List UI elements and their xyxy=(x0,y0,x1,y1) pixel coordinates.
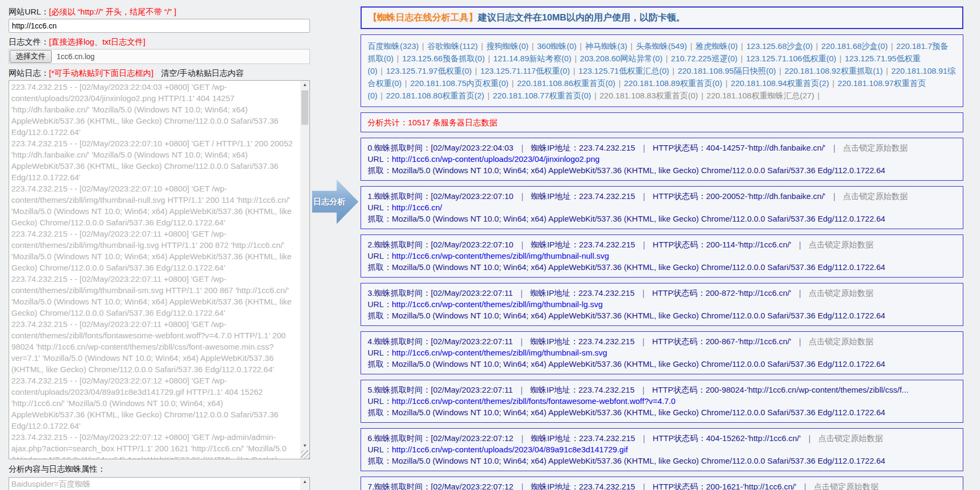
resize-grip-icon[interactable] xyxy=(301,450,309,459)
entry-url-link[interactable]: http://1cc6.cn/ xyxy=(392,203,442,212)
separator: | xyxy=(779,66,781,75)
entry-status-label: HTTP状态码： xyxy=(653,191,706,201)
scrollbar-track[interactable] xyxy=(300,89,309,442)
separator: | xyxy=(672,66,674,75)
site-url-input[interactable] xyxy=(9,19,310,33)
spider-stat-link[interactable]: 203.208.60网站异常(0) xyxy=(580,54,662,63)
spider-stat-link[interactable]: 神马蜘蛛(3) xyxy=(585,41,627,51)
scrollbar-thumb[interactable] xyxy=(301,90,308,125)
spider-stat-link[interactable]: 121.14.89新站考察(0) xyxy=(493,54,572,63)
spider-stat-link[interactable]: 头条蜘蛛(549) xyxy=(636,41,687,51)
entry-time-label: 蜘蛛抓取时间： xyxy=(375,240,431,249)
locked-group: ｜点击锁定原始数据 xyxy=(801,434,883,443)
entry-status-value: 200-20052-'http://dh.fanbaike.cn/' xyxy=(706,191,826,201)
log-entry: 6.蜘蛛抓取时间：[02/May/2023:22:07:12｜蜘蛛IP地址：22… xyxy=(361,428,963,471)
lock-original-data-link[interactable]: 点击锁定原始数据 xyxy=(809,240,873,249)
log-content-textarea[interactable]: 223.74.232.215 - - [02/May/2023:22:04:03… xyxy=(9,80,310,459)
lock-original-data-link[interactable]: 点击锁定原始数据 xyxy=(814,482,878,490)
lock-original-data-link[interactable]: 点击锁定原始数据 xyxy=(843,143,907,152)
url-hint: [必须以 “http://” 开头，结尾不带 “/” ] xyxy=(49,7,177,16)
separator: | xyxy=(488,91,490,100)
spider-stat-link[interactable]: 220.181.108.95隔日快照(0) xyxy=(678,66,776,75)
spider-stat-link[interactable]: 360蜘蛛(0) xyxy=(537,41,576,51)
lock-original-data-link[interactable]: 点击锁定原始数据 xyxy=(809,337,873,346)
entry-url-link[interactable]: http://1cc6.cn/wp-content/themes/zibll/i… xyxy=(392,348,607,357)
weblog-label: 网站日志： xyxy=(9,68,49,77)
spider-stat-link[interactable]: 雅虎蜘蛛(0) xyxy=(695,41,737,51)
spider-stats: 百度蜘蛛(323)|谷歌蜘蛛(112)|搜狗蜘蛛(0)|360蜘蛛(0)|神马蜘… xyxy=(361,34,963,107)
spider-stat-link[interactable]: 220.181.108.75内页权重(0) xyxy=(410,79,509,88)
entry-ua-label: 抓取： xyxy=(368,166,392,175)
spider-stat-link[interactable]: 220.181.108.92权重抓取(1) xyxy=(785,66,883,75)
entry-time-label: 蜘蛛抓取时间： xyxy=(375,288,431,297)
spider-stat-link[interactable]: 220.181.68沙盒(0) xyxy=(821,41,887,51)
log-analyze-button[interactable]: 日志分析 xyxy=(312,178,358,225)
entry-url-link[interactable]: http://1cc6.cn/wp-content/uploads/2023/0… xyxy=(392,445,628,454)
entry-ua-value: Mozilla/5.0 (Windows NT 10.0; Win64; x64… xyxy=(392,166,885,175)
entry-url-link[interactable]: http://1cc6.cn/wp-content/themes/zibll/f… xyxy=(392,396,675,406)
entry-meta-line: 6.蜘蛛抓取时间：[02/May/2023:22:07:12｜蜘蛛IP地址：22… xyxy=(368,432,956,444)
lock-original-data-link[interactable]: 点击锁定原始数据 xyxy=(809,288,873,297)
entry-ip-label: 蜘蛛IP地址： xyxy=(531,240,579,249)
scrollbar-down-icon[interactable]: ▼ xyxy=(300,442,309,450)
entry-meta-line: 1.蜘蛛抓取时间：[02/May/2023:22:07:10｜蜘蛛IP地址：22… xyxy=(368,190,956,202)
separator: | xyxy=(618,79,621,88)
scrollbar-up-icon[interactable]: ▲ xyxy=(300,81,309,89)
lock-original-data-link[interactable]: 点击锁定原始数据 xyxy=(819,434,883,443)
spider-stat-link[interactable]: 220.181.108.77权重首页(0) xyxy=(493,91,591,100)
result-panel: 【蜘蛛日志在线分析工具】建议日志文件在10MB以内的用户使用，以防卡顿。 百度蜘… xyxy=(361,0,980,490)
separator: ｜ xyxy=(639,288,647,297)
entry-url-link[interactable]: http://1cc6.cn/wp-content/themes/zibll/i… xyxy=(392,300,603,309)
entry-status-label: HTTP状态码： xyxy=(653,434,706,443)
spider-stat-link[interactable]: 220.181.108.86权重首页(0) xyxy=(517,79,616,88)
lock-original-data-link[interactable]: 点击锁定原始数据 xyxy=(843,191,907,201)
spider-stat-link[interactable]: 123.125.71.117低权重(0) xyxy=(480,66,570,75)
choose-file-button[interactable]: 选择文件 xyxy=(10,50,52,63)
spider-stat-link[interactable]: 123.125.71.97低权重(0) xyxy=(386,66,471,75)
entry-status-value: 200-1621-'http://1cc6.cn/' xyxy=(706,482,796,490)
entry-url-line: URL：http://1cc6.cn/wp-content/themes/zib… xyxy=(368,299,956,310)
scrollbar-track[interactable] xyxy=(300,486,309,490)
entry-url-link[interactable]: http://1cc6.cn/wp-content/themes/zibll/i… xyxy=(392,251,609,260)
spider-stat-link[interactable]: 220.181.108.94权重首页(2) xyxy=(731,79,829,88)
entry-index: 4. xyxy=(368,337,375,346)
spider-attr-textarea[interactable]: Baiduspider=百度蜘蛛 xyxy=(9,477,310,490)
log-entry: 2.蜘蛛抓取时间：[02/May/2023:22:07:10｜蜘蛛IP地址：22… xyxy=(361,235,963,278)
entry-index: 2. xyxy=(368,240,375,249)
entry-ua-label: 抓取： xyxy=(368,408,392,417)
entry-status-value: 404-14257-'http://dh.fanbaike.cn/' xyxy=(706,143,826,152)
separator: ｜ xyxy=(796,240,804,249)
locked-group: ｜点击锁定原始数据 xyxy=(826,191,908,201)
spider-stat-link[interactable]: 谷歌蜘蛛(112) xyxy=(427,41,478,51)
entry-index: 5. xyxy=(368,385,375,394)
spider-attr-scrollbar[interactable]: ▲ xyxy=(300,478,309,490)
entry-ua-value: Mozilla/5.0 (Windows NT 10.0; Win64; x64… xyxy=(392,311,885,320)
separator: | xyxy=(532,41,534,51)
entry-ua-value: Mozilla/5.0 (Windows NT 10.0; Win64; x64… xyxy=(392,262,885,272)
log-entry: 5.蜘蛛抓取时间：[02/May/2023:22:07:11｜蜘蛛IP地址：22… xyxy=(361,380,963,423)
separator: | xyxy=(380,91,383,100)
spider-stat-link[interactable]: 123.125.66预备抓取(0) xyxy=(402,54,484,63)
separator: ｜ xyxy=(518,288,526,297)
scrollbar-up-icon[interactable]: ▲ xyxy=(300,478,309,486)
log-textarea-scrollbar[interactable]: ▲ ▼ xyxy=(300,81,309,459)
entry-url-link[interactable]: http://1cc6.cn/wp-content/uploads/2023/0… xyxy=(392,154,600,164)
clear-paste-log-link[interactable]: 清空/手动粘贴日志内容 xyxy=(161,68,244,77)
file-input-row: 选择文件 1cc6.cn.log xyxy=(9,49,310,64)
entry-ip-label: 蜘蛛IP地址： xyxy=(531,143,579,152)
separator: | xyxy=(488,54,490,63)
spider-stat-link[interactable]: 搜狗蜘蛛(0) xyxy=(487,41,528,51)
spider-stat-link[interactable]: 220.181.108.89权重首页(0) xyxy=(624,79,722,88)
tool-header: 【蜘蛛日志在线分析工具】建议日志文件在10MB以内的用户使用，以防卡顿。 xyxy=(361,6,963,29)
spider-stat-link[interactable]: 220.181.108.80权重首页(2) xyxy=(386,91,484,100)
spider-stat-link[interactable]: 百度蜘蛛(323) xyxy=(368,41,419,51)
spider-stat-link[interactable]: 123.125.68沙盒(0) xyxy=(746,41,813,51)
entry-time-value: [02/May/2023:22:04:03 xyxy=(431,143,513,152)
spider-stat-link: 220.181.108权重蜘蛛汇总(27) xyxy=(707,91,814,100)
spider-stat-link[interactable]: 123.125.71低权重汇总(0) xyxy=(579,66,669,75)
separator: | xyxy=(701,91,703,100)
spider-stat-link[interactable]: 123.125.71.106低权重(0) xyxy=(746,54,836,63)
log-entries: 0.蜘蛛抓取时间：[02/May/2023:22:04:03｜蜘蛛IP地址：22… xyxy=(361,138,963,490)
spider-stat-link[interactable]: 210.72.225巡逻(0) xyxy=(671,54,737,63)
entry-ip-value: 223.74.232.215 xyxy=(579,240,635,249)
